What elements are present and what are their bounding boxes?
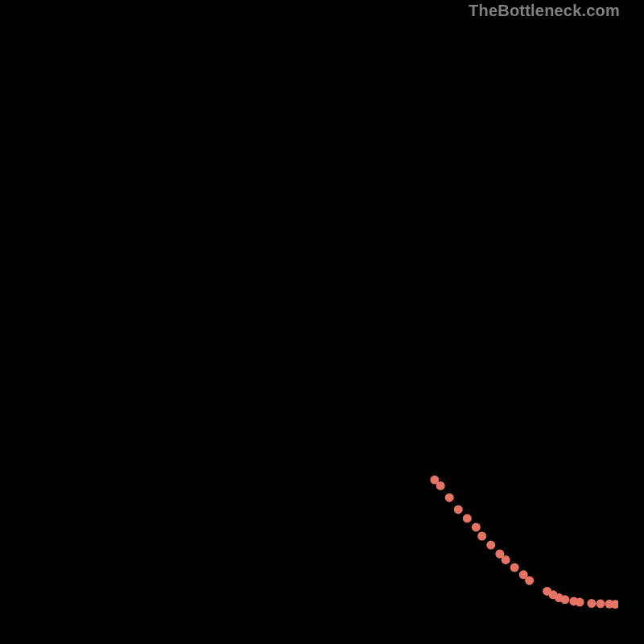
dot bbox=[486, 541, 495, 550]
dot bbox=[472, 522, 481, 531]
dot bbox=[463, 514, 472, 522]
dot bbox=[502, 555, 510, 564]
chart-stage: TheBottleneck.com bbox=[0, 0, 644, 644]
dot bbox=[477, 532, 486, 541]
dot bbox=[587, 599, 596, 608]
dot bbox=[596, 599, 605, 608]
dot bbox=[560, 595, 569, 604]
dot bbox=[525, 576, 534, 585]
dot bbox=[454, 505, 463, 514]
dot bbox=[510, 564, 519, 572]
dot bbox=[436, 481, 445, 490]
dot bbox=[445, 493, 454, 502]
gradient-bg bbox=[26, 18, 618, 610]
plot-svg bbox=[26, 18, 618, 610]
dot bbox=[576, 598, 584, 607]
